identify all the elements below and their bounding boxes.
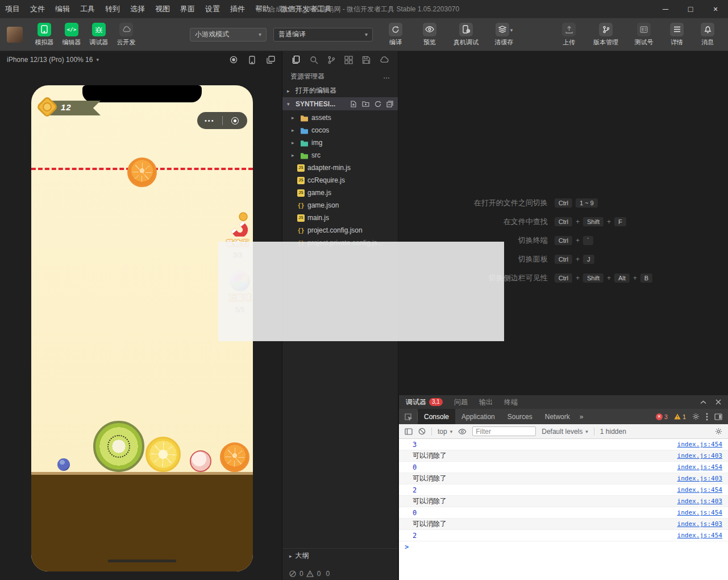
menu-plugins[interactable]: 插件 bbox=[225, 0, 250, 18]
source-link[interactable]: index.js:403 bbox=[677, 475, 722, 482]
debugger-icon bbox=[92, 23, 106, 36]
outline-section[interactable]: 大纲 bbox=[282, 548, 398, 563]
files-icon[interactable] bbox=[292, 55, 301, 64]
details-button[interactable]: 详情 bbox=[667, 23, 687, 47]
git-branch-icon[interactable] bbox=[327, 56, 335, 64]
tree-item-folder[interactable]: cocos bbox=[282, 124, 398, 136]
tree-item-file[interactable]: project.config.json bbox=[282, 224, 398, 237]
preview-button[interactable]: 预览 bbox=[416, 23, 443, 47]
debugger-button[interactable]: 调试器 bbox=[85, 23, 113, 47]
close-button[interactable]: × bbox=[703, 0, 728, 18]
menu-view[interactable]: 视图 bbox=[150, 0, 175, 18]
eye-icon[interactable] bbox=[458, 429, 467, 434]
upload-button[interactable]: 上传 bbox=[558, 23, 580, 47]
compile-button[interactable]: 编译 bbox=[382, 23, 409, 47]
filter-input[interactable] bbox=[472, 426, 536, 436]
cloud-dev-button[interactable]: 云开发 bbox=[113, 23, 140, 47]
device-label[interactable]: iPhone 12/13 (Pro) 100% 16 bbox=[7, 56, 93, 64]
console-prompt[interactable] bbox=[399, 541, 728, 553]
close-panel-icon[interactable] bbox=[715, 399, 721, 405]
rotate-device-icon[interactable] bbox=[249, 56, 255, 64]
exit-target-icon[interactable] bbox=[223, 117, 248, 125]
collapse-panel-icon[interactable] bbox=[700, 400, 706, 404]
source-link[interactable]: index.js:454 bbox=[677, 532, 722, 539]
source-link[interactable]: index.js:454 bbox=[677, 486, 722, 494]
tab-console[interactable]: Console bbox=[418, 409, 455, 424]
avatar[interactable] bbox=[7, 27, 23, 43]
tree-item-file[interactable]: JS ccRequire.js bbox=[282, 174, 398, 187]
mode-select[interactable]: 小游戏模式 bbox=[190, 28, 267, 42]
tab-problems[interactable]: 问题 bbox=[454, 397, 468, 407]
tab-terminal[interactable]: 终端 bbox=[504, 397, 518, 407]
menu-goto[interactable]: 转到 bbox=[100, 0, 125, 18]
gear-icon[interactable] bbox=[692, 413, 700, 420]
problems-status[interactable]: 0 0 0 bbox=[282, 570, 398, 578]
menu-tools[interactable]: 工具 bbox=[75, 0, 100, 18]
console-sidebar-icon[interactable] bbox=[405, 428, 413, 435]
more-dots-icon[interactable] bbox=[197, 117, 222, 124]
tree-item-file[interactable]: game.json bbox=[282, 199, 398, 212]
message-button[interactable]: 消息 bbox=[697, 23, 718, 47]
tree-item-file[interactable]: JS main.js bbox=[282, 212, 398, 224]
editor-button[interactable]: </> 编辑器 bbox=[58, 23, 85, 47]
multi-window-icon[interactable] bbox=[267, 56, 275, 64]
menu-project[interactable]: 项目 bbox=[0, 0, 25, 18]
tab-network[interactable]: Network bbox=[539, 409, 576, 424]
record-icon[interactable] bbox=[230, 56, 238, 64]
search-icon[interactable] bbox=[310, 56, 318, 64]
tree-item-file[interactable]: JS adapter-min.js bbox=[282, 161, 398, 174]
device-debug-button[interactable]: 真机调试 bbox=[450, 23, 482, 47]
maximize-button[interactable]: □ bbox=[678, 0, 703, 18]
tab-application[interactable]: Application bbox=[455, 409, 501, 424]
new-file-icon[interactable] bbox=[350, 101, 357, 107]
tree-item-folder[interactable]: assets bbox=[282, 111, 398, 124]
dock-side-icon[interactable] bbox=[714, 413, 722, 420]
error-counter[interactable]: ✕ 3 bbox=[656, 413, 668, 420]
compile-mode-select[interactable]: 普通编译 bbox=[273, 28, 373, 42]
clear-cache-button[interactable]: 清缓存 bbox=[489, 23, 519, 47]
collapse-all-icon[interactable] bbox=[386, 101, 393, 107]
version-manage-button[interactable]: 版本管理 bbox=[590, 23, 621, 47]
console-settings-gear-icon[interactable] bbox=[715, 428, 722, 435]
source-link[interactable]: index.js:403 bbox=[677, 520, 722, 528]
tab-debugger[interactable]: 调试器 3,1 bbox=[406, 397, 443, 407]
menu-file[interactable]: 文件 bbox=[25, 0, 50, 18]
tree-item-folder[interactable]: img bbox=[282, 136, 398, 149]
new-folder-icon[interactable] bbox=[362, 101, 369, 107]
console-log-area[interactable]: 3 index.js:454 可以消除了 index.js:403 0 inde… bbox=[399, 439, 728, 580]
save-icon[interactable] bbox=[362, 56, 371, 64]
menu-edit[interactable]: 编辑 bbox=[50, 0, 75, 18]
clear-console-icon[interactable] bbox=[418, 428, 426, 435]
tree-item-file[interactable]: JS game.js bbox=[282, 187, 398, 199]
context-select[interactable]: top bbox=[438, 428, 452, 436]
menu-interface[interactable]: 界面 bbox=[175, 0, 200, 18]
log-levels-select[interactable]: Default levels bbox=[542, 428, 588, 436]
fruit-kiwi bbox=[93, 421, 144, 472]
more-tabs-icon[interactable]: » bbox=[576, 409, 587, 424]
source-link[interactable]: index.js:454 bbox=[677, 509, 722, 516]
kebab-icon[interactable] bbox=[706, 413, 708, 421]
source-link[interactable]: index.js:403 bbox=[677, 498, 722, 505]
tab-sources[interactable]: Sources bbox=[501, 409, 539, 424]
more-actions-icon[interactable] bbox=[383, 72, 390, 80]
tree-item-folder[interactable]: src bbox=[282, 149, 398, 161]
simulator-button[interactable]: 模拟器 bbox=[31, 23, 58, 47]
inspect-icon[interactable] bbox=[399, 409, 417, 424]
debugger-count-badge: 3,1 bbox=[429, 398, 443, 406]
project-section[interactable]: SYNTHESI... bbox=[282, 97, 398, 110]
source-link[interactable]: index.js:454 bbox=[677, 441, 722, 448]
menu-settings[interactable]: 设置 bbox=[200, 0, 225, 18]
cloud-icon[interactable] bbox=[380, 56, 389, 63]
tab-output[interactable]: 输出 bbox=[479, 397, 493, 407]
refresh-icon[interactable] bbox=[375, 101, 381, 107]
test-account-button[interactable]: 测试号 bbox=[631, 23, 656, 47]
explorer-header: 资源管理器 bbox=[282, 68, 398, 84]
warning-counter[interactable]: 1 bbox=[674, 413, 686, 420]
grid-icon[interactable] bbox=[344, 56, 353, 64]
source-link[interactable]: index.js:454 bbox=[677, 463, 722, 471]
console-row: 2 index.js:454 bbox=[399, 484, 728, 496]
menu-select[interactable]: 选择 bbox=[125, 0, 150, 18]
open-editors-section[interactable]: 打开的编辑器 bbox=[282, 84, 398, 97]
source-link[interactable]: index.js:403 bbox=[677, 452, 722, 459]
minimize-button[interactable]: ─ bbox=[653, 0, 678, 18]
